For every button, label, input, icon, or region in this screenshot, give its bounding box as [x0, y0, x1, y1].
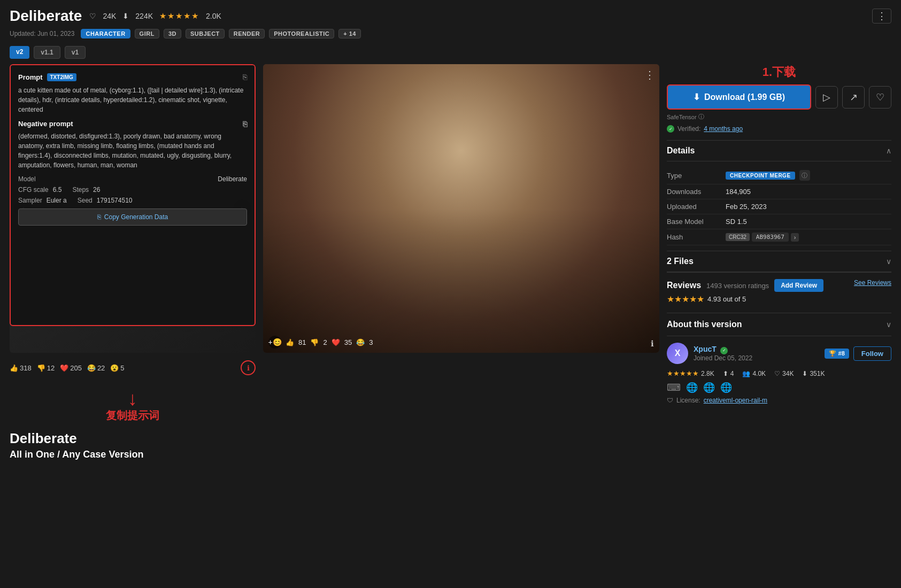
right-panel: 1.下载 ⬇ Download (1.99 GB) ▷ ↗ ♡ SafeTens… [667, 64, 891, 423]
fire-reaction[interactable]: 😮 5 [110, 364, 124, 372]
license-row: 🛡 License: creativeml-open-rail-m [667, 397, 891, 404]
social-link-3[interactable]: 🌐 [720, 382, 732, 393]
params-row: CFG scale 6.5 Steps 26 [18, 186, 247, 194]
downloads-icon: ⬇ [802, 370, 807, 377]
reviews-title: Reviews [667, 281, 701, 290]
uploads-icon: ⬆ [723, 370, 728, 377]
thumbs-up-reaction[interactable]: 👍 318 [10, 364, 32, 372]
steps-param: Steps 26 [72, 186, 100, 194]
about-chevron-icon: ∨ [886, 320, 891, 329]
heart-reaction[interactable]: ❤️ 205 [60, 364, 82, 372]
sampler-param: Sampler Euler a [18, 197, 67, 204]
creator-followers-count: 4.0K [752, 370, 766, 377]
main-thumbs-up-icon: 👍 [286, 338, 294, 346]
sampler-value: Euler a [47, 197, 67, 204]
seed-param: Seed 1791574510 [78, 197, 133, 204]
about-section[interactable]: About this version ∨ [667, 313, 891, 336]
base-model-detail-row: Base Model SD 1.5 [667, 214, 891, 229]
hash-type: CRC32 [726, 233, 750, 241]
bottom-section: Deliberate All in One / Any Case Version [0, 423, 901, 468]
tag-photorealistic[interactable]: PHOTOREALISTIC [269, 29, 334, 38]
main-laugh-icon: 😂 [356, 338, 365, 346]
tags-row: Updated: Jun 01, 2023 CHARACTER GIRL 3D … [0, 29, 901, 44]
bottom-model-name: Deliberate [10, 430, 891, 447]
prompt-label: Prompt [18, 73, 43, 81]
version-tab-v1[interactable]: v1 [65, 46, 86, 59]
tag-subject[interactable]: SUBJECT [186, 29, 225, 38]
model-label: Model [18, 175, 36, 183]
creator-avatar: X [667, 343, 688, 364]
laugh-icon: 😂 [87, 364, 96, 372]
thumbs-down-count: 12 [47, 364, 55, 372]
annotation-area: ↓ 复制提示词 [10, 378, 256, 423]
creator-name[interactable]: XpucT [694, 345, 717, 353]
type-info-icon[interactable]: ⓘ [799, 170, 810, 181]
downloads-detail-row: Downloads 184,905 [667, 184, 891, 199]
tag-3d[interactable]: 3D [164, 29, 181, 38]
rank-icon: 🏆 [829, 350, 836, 357]
hash-value: AB983967 [752, 233, 789, 242]
safetensor-row: SafeTensor ⓘ [667, 113, 891, 121]
share-button[interactable]: ↗ [842, 86, 865, 109]
version-tab-v2[interactable]: v2 [10, 46, 29, 59]
steps-label: Steps [72, 186, 89, 194]
tag-render[interactable]: RENDER [229, 29, 265, 38]
files-section[interactable]: 2 Files ∨ [667, 251, 891, 272]
copy-gen-icon: ⎘ [97, 213, 101, 221]
base-model-value: SD 1.5 [726, 218, 747, 226]
discord-icon[interactable]: ⌨ [667, 382, 681, 393]
likes-count: 24K [103, 12, 116, 20]
safetensor-label: SafeTensor ⓘ [667, 113, 704, 121]
add-review-button[interactable]: Add Review [774, 279, 823, 292]
more-menu-button[interactable]: ⋮ [872, 9, 891, 24]
website-icon-2[interactable]: 🌐 [703, 382, 715, 393]
play-button[interactable]: ▷ [815, 86, 838, 109]
thumbs-down-reaction[interactable]: 👎 12 [37, 364, 55, 372]
seed-label: Seed [78, 197, 93, 204]
copy-generation-data-button[interactable]: ⎘ Copy Generation Data [18, 208, 247, 226]
uploaded-detail-row: Uploaded Feb 25, 2023 [667, 199, 891, 214]
tag-girl[interactable]: GIRL [135, 29, 159, 38]
red-arrow-icon: ↓ [128, 389, 137, 408]
details-section-header[interactable]: Details ∧ [667, 140, 891, 161]
website-icon-1[interactable]: 🌐 [686, 382, 698, 393]
creator-downloads-stat: ⬇ 351K [802, 370, 825, 377]
tag-character[interactable]: CHARACTER [81, 29, 130, 38]
bottom-model-subtitle: All in One / Any Case Version [10, 449, 891, 460]
seed-value: 1791574510 [97, 197, 133, 204]
copy-negative-icon[interactable]: ⎘ [243, 120, 247, 128]
type-label: Type [667, 172, 726, 180]
version-tabs: v2 v1.1 v1 [0, 44, 901, 64]
version-tab-v11[interactable]: v1.1 [34, 46, 60, 59]
add-reaction-button[interactable]: +😊 [268, 336, 281, 349]
info-circle-button[interactable]: ℹ [241, 360, 256, 375]
download-icon: ⬇ [693, 92, 700, 102]
laugh-reaction[interactable]: 😂 22 [87, 364, 105, 372]
main-image-container: ⋮ +😊 👍 81 👎 2 ❤️ 35 😂 3 ℹ [263, 64, 659, 353]
main-laugh-count: 3 [369, 338, 373, 346]
main-thumbs-up-count: 81 [298, 338, 306, 346]
follow-button[interactable]: Follow [853, 346, 891, 361]
model-title: Deliberate [10, 7, 82, 25]
bookmark-button[interactable]: ♡ [869, 86, 891, 109]
generation-info-box: Prompt TXT2IMG ⎘ a cute kitten made out … [10, 64, 256, 326]
files-label: 2 Files [667, 257, 694, 266]
license-link[interactable]: creativeml-open-rail-m [704, 397, 767, 404]
copy-prompt-icon[interactable]: ⎘ [243, 73, 247, 81]
download-button[interactable]: ⬇ Download (1.99 GB) [667, 84, 811, 110]
hash-expand-button[interactable]: › [791, 233, 799, 242]
main-image-info-button[interactable]: ℹ [651, 339, 654, 349]
reviews-left: Reviews 1493 version ratings Add Review … [667, 279, 823, 304]
main-heart-icon: ❤️ [332, 338, 340, 346]
laugh-count: 22 [97, 364, 105, 372]
rank-value: #8 [838, 350, 845, 357]
see-reviews-link[interactable]: See Reviews [854, 279, 891, 287]
gen-header-left: Prompt TXT2IMG [18, 73, 76, 81]
safetensor-info-icon: ⓘ [698, 113, 704, 121]
tag-more[interactable]: + 14 [338, 29, 361, 38]
download-row: ⬇ Download (1.99 GB) ▷ ↗ ♡ [667, 84, 891, 110]
hash-label: Hash [667, 233, 726, 241]
verified-time[interactable]: 4 months ago [704, 125, 743, 133]
left-panel: Prompt TXT2IMG ⎘ a cute kitten made out … [10, 64, 256, 423]
main-image-more-button[interactable]: ⋮ [644, 68, 655, 81]
